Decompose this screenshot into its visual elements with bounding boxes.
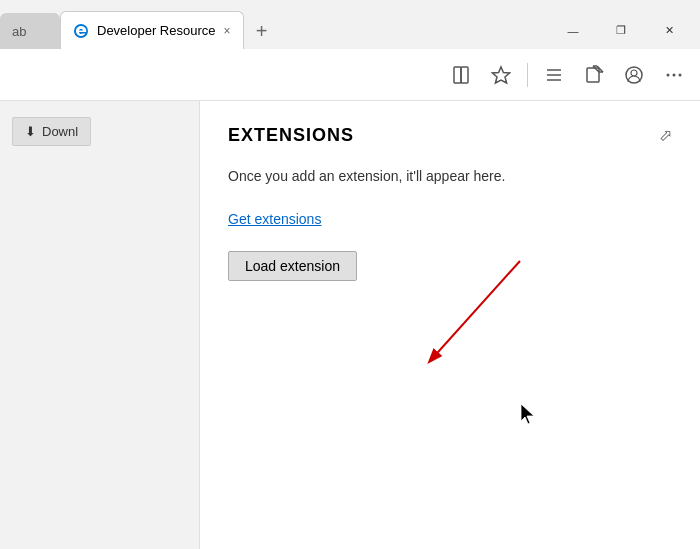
edge-favicon (73, 23, 89, 39)
hub-icon[interactable] (536, 57, 572, 93)
nav-bar (0, 49, 700, 101)
download-icon: ⬇ (25, 124, 36, 139)
extensions-empty-message: Once you add an extension, it'll appear … (228, 166, 672, 187)
nav-separator (527, 63, 528, 87)
svg-line-18 (430, 261, 520, 361)
notes-icon[interactable] (576, 57, 612, 93)
close-button[interactable]: ✕ (646, 15, 692, 47)
svg-point-14 (667, 73, 670, 76)
content-area: ⬇ Downl EXTENSIONS ⇧ Once you add an ext… (0, 101, 700, 549)
restore-button[interactable]: ❐ (598, 15, 644, 47)
svg-point-15 (673, 73, 676, 76)
window-controls: — ❐ ✕ (550, 0, 700, 49)
cursor (520, 403, 536, 429)
red-arrow-annotation (320, 241, 620, 401)
sidebar: ⬇ Downl (0, 101, 200, 549)
reading-list-icon[interactable] (443, 57, 479, 93)
svg-point-13 (631, 70, 637, 76)
tab-active-label: Developer Resource (97, 23, 216, 38)
svg-rect-2 (461, 67, 468, 83)
tab-area: ab Developer Resource × + (0, 0, 550, 49)
svg-point-16 (679, 73, 682, 76)
account-icon[interactable] (616, 57, 652, 93)
load-extension-button[interactable]: Load extension (228, 251, 357, 281)
new-tab-button[interactable]: + (244, 13, 280, 49)
tab-inactive-label: ab (12, 24, 26, 39)
extensions-title: EXTENSIONS (228, 125, 354, 146)
minimize-button[interactable]: — (550, 15, 596, 47)
title-bar: ab Developer Resource × + — ❐ ✕ (0, 0, 700, 49)
pin-icon[interactable]: ⇧ (654, 124, 677, 147)
tab-close-button[interactable]: × (216, 24, 231, 38)
extensions-panel: EXTENSIONS ⇧ Once you add an extension, … (200, 101, 700, 549)
more-icon[interactable] (656, 57, 692, 93)
get-extensions-link[interactable]: Get extensions (228, 211, 672, 227)
favorites-icon[interactable] (483, 57, 519, 93)
download-label: Downl (42, 124, 78, 139)
svg-marker-3 (493, 67, 510, 83)
tab-active[interactable]: Developer Resource × (60, 11, 244, 49)
extensions-header: EXTENSIONS ⇧ (228, 125, 672, 146)
download-button[interactable]: ⬇ Downl (12, 117, 91, 146)
svg-rect-1 (454, 67, 461, 83)
tab-inactive[interactable]: ab (0, 13, 60, 49)
